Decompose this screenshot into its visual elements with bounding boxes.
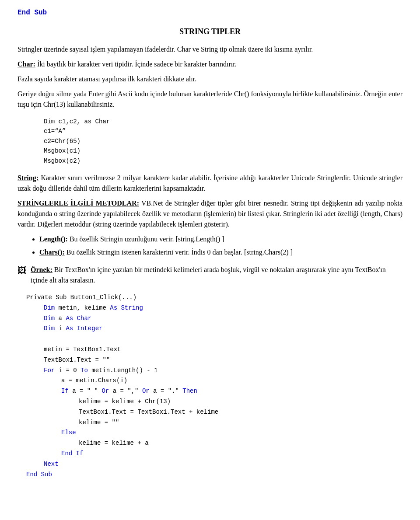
kw-endif: End If xyxy=(61,450,83,457)
kw-for: For xyxy=(44,367,55,374)
code-block-1: Dim c1,c2, as Char c1=“A” c2=Chr(65) Msg… xyxy=(44,117,402,166)
bullet-list: Length(): Bu özellik Stringin uzunluğunu… xyxy=(39,234,402,258)
cb2-line4: Dim i As Integer xyxy=(44,324,402,334)
char-label: Char: xyxy=(18,60,35,68)
char-text: İki baytlık bir karakter veri tipidir. İ… xyxy=(35,60,237,68)
paragraph-string: String: Karakter sınırı verilmezse 2 mil… xyxy=(18,173,402,194)
end-sub-header: End Sub xyxy=(18,9,402,17)
kw-dim2: Dim xyxy=(44,315,55,322)
cb2-line18: End Sub xyxy=(26,470,402,480)
cb2-line10: If a = " " Or a = "," Or a = "." Then xyxy=(61,386,402,397)
code-line-3: c2=Chr(65) xyxy=(44,136,402,146)
code-line-4: Msgbox(c1) xyxy=(44,146,402,156)
code-line-2: c1=“A” xyxy=(44,126,402,136)
cb2-line9: a = metin.Chars(i) xyxy=(61,376,402,386)
cb2-line14: Else xyxy=(61,428,402,438)
code-block-2: Private Sub Button1_Click(...) Dim metin… xyxy=(26,293,402,480)
chars-text: Bu özellik Stringin istenen karakterini … xyxy=(65,248,293,256)
paragraph-char: Char: İki baytlık bir karakter veri tipi… xyxy=(18,59,402,70)
chars-label: Chars(): xyxy=(39,248,65,256)
list-item-length: Length(): Bu özellik Stringin uzunluğunu… xyxy=(39,234,402,244)
cb2-line2: Dim metin, kelime As String xyxy=(44,303,402,314)
length-text: Bu özellik Stringin uzunluğunu verir. [s… xyxy=(68,235,224,243)
kw-then: Then xyxy=(182,387,197,394)
example-text: Örnek: Bir TextBox'ın içine yazılan bir … xyxy=(31,265,402,286)
kw-next: Next xyxy=(44,461,59,468)
length-label: Length(): xyxy=(39,235,68,243)
kw-endsub: End Sub xyxy=(26,471,52,478)
string-text: Karakter sınırı verilmezse 2 milyar kara… xyxy=(18,174,402,192)
cb2-line13: kelime = "" xyxy=(79,418,402,428)
cb2-blank1 xyxy=(26,334,402,345)
code-line-1: Dim c1,c2, as Char xyxy=(44,117,402,126)
page-title: STRING TIPLER xyxy=(18,27,402,36)
cb2-line12: TextBox1.Text = TextBox1.Text + kelime xyxy=(79,407,402,418)
cb2-line17: Next xyxy=(44,459,402,470)
paragraph-4: Geriye doğru silme yada Enter gibi Ascii… xyxy=(18,89,402,110)
example-label: Örnek: xyxy=(31,266,52,273)
cb2-line8: For i = 0 To metin.Length() - 1 xyxy=(44,366,402,376)
cb2-line6: metin = TextBox1.Text xyxy=(44,345,402,355)
example-block: 🖼 Örnek: Bir TextBox'ın içine yazılan bi… xyxy=(18,265,402,286)
kw-dim3: Dim xyxy=(44,325,55,332)
example-icon: 🖼 xyxy=(18,265,26,276)
cb2-line3: Dim a As Char xyxy=(44,314,402,324)
kw-as3: As Integer xyxy=(66,325,102,332)
cb2-line7: TextBox1.Text = "" xyxy=(44,355,402,366)
kw-to: To xyxy=(80,367,88,374)
code-line-5: Msgbox(c2) xyxy=(44,156,402,166)
kw-as2: As Char xyxy=(66,315,91,322)
paragraph-1: Stringler üzerinde sayısal işlem yapılam… xyxy=(18,44,402,55)
kw-or2: Or xyxy=(142,387,150,394)
cb2-line16: End If xyxy=(61,449,402,459)
kw-else: Else xyxy=(61,429,76,436)
paragraph-methods: STRİNGLERLE İLGİLİ METODLAR: VB.Net de S… xyxy=(18,198,402,230)
methods-label: STRİNGLERLE İLGİLİ METODLAR: xyxy=(18,199,139,207)
kw-if: If xyxy=(61,387,69,394)
example-description: Bir TextBox'ın içine yazılan bir metinde… xyxy=(31,266,386,284)
list-item-chars: Chars(): Bu özellik Stringin istenen kar… xyxy=(39,247,402,258)
kw-or1: Or xyxy=(102,387,109,394)
kw-dim1: Dim xyxy=(44,304,55,311)
cb2-line11: kelime = kelime + Chr(13) xyxy=(79,397,402,407)
paragraph-3: Fazla sayıda karakter ataması yapılırsa … xyxy=(18,74,402,84)
string-label: String: xyxy=(18,174,38,181)
cb2-line15: kelime = kelime + a xyxy=(79,438,402,449)
kw-as1: As String xyxy=(110,304,143,311)
cb2-line1: Private Sub Button1_Click(...) xyxy=(26,293,402,303)
